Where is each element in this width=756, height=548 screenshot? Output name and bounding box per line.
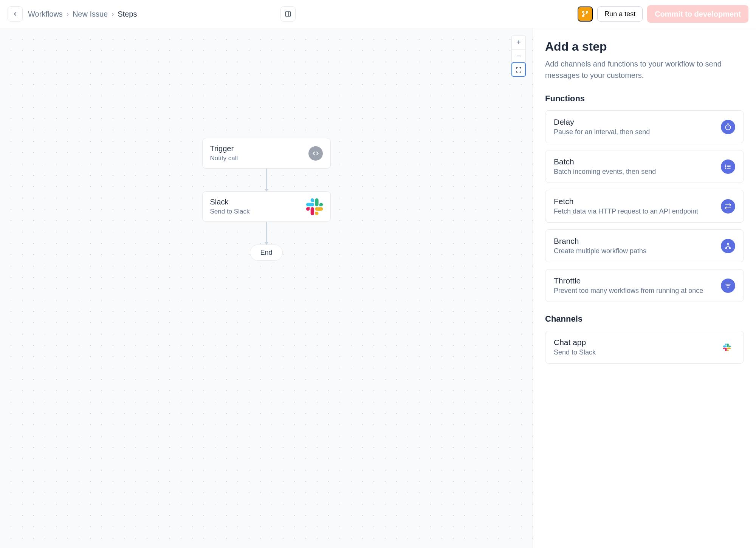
svg-point-16	[729, 248, 730, 249]
step-card-title: Chat app	[554, 338, 596, 347]
flow-connector	[266, 222, 267, 245]
git-branch-button[interactable]	[578, 6, 593, 22]
toggle-sidebar-button[interactable]	[280, 6, 296, 22]
step-card-desc: Batch incoming events, then send	[554, 168, 656, 176]
svg-point-13	[725, 168, 726, 169]
branch-icon	[721, 239, 735, 253]
breadcrumb-workflows[interactable]: Workflows	[28, 10, 63, 19]
back-button[interactable]	[8, 6, 23, 22]
flow-terminator[interactable]: End	[250, 245, 282, 261]
step-card-chat-app[interactable]: Chat app Send to Slack	[545, 331, 744, 364]
step-card-title: Batch	[554, 157, 656, 166]
flow-node-trigger[interactable]: Trigger Notify call	[202, 138, 331, 169]
step-card-title: Delay	[554, 118, 650, 127]
svg-point-12	[725, 166, 726, 167]
svg-point-4	[586, 11, 588, 13]
step-card-title: Fetch	[554, 197, 698, 206]
panel-description: Add channels and functions to your workf…	[545, 58, 744, 81]
chevron-right-icon: ›	[112, 10, 114, 18]
flow-graph: Trigger Notify call Slack Send to Slack	[202, 138, 331, 261]
zoom-out-button[interactable]: −	[512, 49, 525, 63]
slack-icon	[719, 339, 735, 356]
step-card-desc: Send to Slack	[554, 348, 596, 356]
node-title: Slack	[210, 198, 250, 206]
breadcrumb-new-issue[interactable]: New Issue	[73, 10, 108, 19]
run-test-button[interactable]: Run a test	[597, 6, 643, 22]
section-label-functions: Functions	[545, 94, 744, 104]
node-title: Trigger	[210, 144, 238, 153]
chevron-right-icon: ›	[67, 10, 69, 18]
svg-point-11	[725, 165, 726, 166]
code-icon	[308, 146, 323, 161]
step-card-desc: Pause for an interval, then send	[554, 128, 650, 136]
svg-rect-0	[286, 12, 291, 16]
git-branch-icon	[581, 10, 589, 18]
step-card-delay[interactable]: Delay Pause for an interval, then send	[545, 110, 744, 143]
list-icon	[721, 159, 735, 174]
node-subtitle: Send to Slack	[210, 208, 250, 215]
flow-node-slack[interactable]: Slack Send to Slack	[202, 191, 331, 222]
canvas-zoom-controls: + −	[511, 35, 526, 77]
filter-icon	[721, 279, 735, 293]
svg-point-14	[727, 243, 728, 244]
step-card-branch[interactable]: Branch Create multiple workflow paths	[545, 229, 744, 262]
node-subtitle: Notify call	[210, 155, 238, 162]
add-step-panel: Add a step Add channels and functions to…	[533, 28, 756, 548]
center-toolbar	[280, 6, 296, 22]
section-label-channels: Channels	[545, 314, 744, 324]
step-card-batch[interactable]: Batch Batch incoming events, then send	[545, 150, 744, 183]
step-card-desc: Prevent too many workflows from running …	[554, 287, 703, 295]
flow-connector	[266, 169, 267, 191]
minus-icon: −	[516, 52, 521, 60]
swap-icon	[721, 199, 735, 214]
chevron-left-icon	[12, 11, 18, 17]
timer-icon	[721, 120, 735, 134]
fit-view-button[interactable]	[512, 63, 525, 76]
expand-icon	[516, 67, 522, 73]
step-card-title: Throttle	[554, 276, 703, 285]
breadcrumb-steps[interactable]: Steps	[118, 10, 137, 19]
panel-icon	[285, 11, 291, 17]
step-card-title: Branch	[554, 237, 646, 246]
panel-title: Add a step	[545, 40, 744, 54]
plus-icon: +	[516, 38, 521, 47]
step-card-desc: Fetch data via HTTP request to an API en…	[554, 207, 698, 215]
zoom-in-button[interactable]: +	[512, 36, 525, 49]
breadcrumb: Workflows › New Issue › Steps	[28, 10, 137, 19]
commit-button[interactable]: Commit to development	[647, 5, 748, 23]
step-card-fetch[interactable]: Fetch Fetch data via HTTP request to an …	[545, 190, 744, 223]
slack-icon	[306, 198, 323, 215]
svg-point-2	[582, 11, 584, 13]
header-actions: Run a test Commit to development	[578, 5, 748, 23]
step-card-desc: Create multiple workflow paths	[554, 247, 646, 255]
step-card-throttle[interactable]: Throttle Prevent too many workflows from…	[545, 269, 744, 302]
svg-point-15	[725, 248, 727, 249]
topbar: Workflows › New Issue › Steps Run a test…	[0, 0, 756, 28]
workflow-canvas[interactable]: + − Trigger Notify call	[0, 28, 533, 548]
